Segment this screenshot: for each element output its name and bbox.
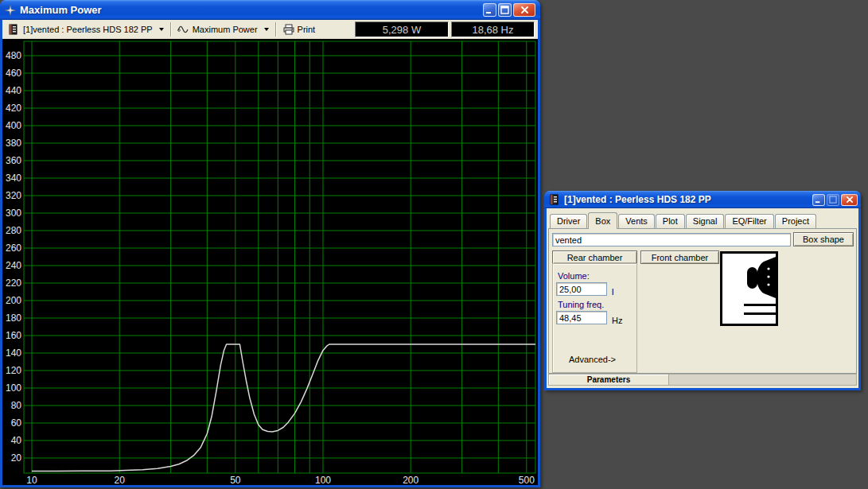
close-icon <box>846 196 854 204</box>
box-window-titlebar[interactable]: [1]vented : Peerless HDS 182 PP <box>544 191 861 208</box>
toolbar-separator <box>170 22 171 37</box>
tab-plot[interactable]: Plot <box>656 214 685 228</box>
close-icon <box>520 6 529 14</box>
chevron-down-icon <box>264 28 269 33</box>
maximize-button[interactable] <box>498 3 512 17</box>
y-axis-tick-label: 60 <box>11 417 22 429</box>
x-axis-tick-label: 500 <box>519 475 535 485</box>
y-axis-tick-label: 260 <box>6 243 21 254</box>
project-doc-icon <box>8 24 19 35</box>
y-axis-tick-label: 240 <box>6 260 21 271</box>
tab-project[interactable]: Project <box>775 214 816 228</box>
y-axis-tick-label: 200 <box>6 295 21 306</box>
star-icon <box>5 5 16 16</box>
project-doc-icon <box>549 194 560 205</box>
y-axis-tick-label: 320 <box>6 190 21 201</box>
y-axis-tick-label: 80 <box>11 400 22 411</box>
minimize-button[interactable] <box>812 194 825 206</box>
power-window-title: Maximum Power <box>20 4 483 16</box>
volume-label: Volume: <box>558 271 590 281</box>
y-axis-tick-label: 220 <box>6 277 21 289</box>
box-name-input[interactable] <box>552 233 791 246</box>
minimize-button[interactable] <box>483 3 496 17</box>
y-axis-tick-label: 140 <box>6 347 21 359</box>
box-window-body: DriverBoxVentsPlotSignalEQ/FilterProject… <box>547 208 858 388</box>
y-axis-tick-label: 180 <box>6 312 21 324</box>
y-axis-tick-label: 340 <box>6 173 21 184</box>
y-axis-tick-label: 420 <box>6 103 21 114</box>
chevron-down-icon <box>159 28 164 33</box>
toolbar-separator <box>275 22 276 37</box>
y-axis-tick-label: 480 <box>6 50 21 61</box>
y-axis-tick-label: 400 <box>6 120 21 131</box>
parameters-status-tab[interactable]: Parameters <box>549 375 669 385</box>
tab-vents[interactable]: Vents <box>618 214 655 228</box>
maximum-power-window: Maximum Power [1]vented : Peerless HDS 1… <box>0 0 540 487</box>
close-button[interactable] <box>841 194 858 206</box>
volume-input[interactable] <box>556 282 607 296</box>
x-axis-tick-label: 100 <box>315 475 331 485</box>
box-shape-button[interactable]: Box shape <box>793 232 854 246</box>
vent-port-icon <box>744 304 776 315</box>
box-window-title: [1]vented : Peerless HDS 182 PP <box>564 194 812 205</box>
y-axis-tick-label: 40 <box>11 435 22 446</box>
box-window-tabs: DriverBoxVentsPlotSignalEQ/FilterProject <box>548 211 857 228</box>
y-axis-tick-label: 100 <box>6 382 21 394</box>
power-toolbar: [1]vented : Peerless HDS 182 PP Maximum … <box>2 20 538 39</box>
x-axis-tick-label: 20 <box>114 475 125 485</box>
power-window-titlebar[interactable]: Maximum Power <box>0 0 540 20</box>
advanced-link[interactable]: Advanced-> <box>569 355 616 364</box>
tab-box[interactable]: Box <box>588 212 617 229</box>
box-window-statusbar: Parameters <box>548 374 857 386</box>
waveform-icon <box>177 24 189 35</box>
minimize-icon <box>485 6 494 14</box>
close-button[interactable] <box>513 3 535 17</box>
x-axis-tick-label: 200 <box>403 475 418 485</box>
tab-eq-filter[interactable]: EQ/Filter <box>725 214 773 228</box>
plot-type-selector[interactable]: Maximum Power <box>172 21 274 38</box>
maximize-button-disabled <box>827 194 839 206</box>
frequency-readout: 18,68 Hz <box>451 21 535 37</box>
y-axis-tick-label: 300 <box>6 208 21 219</box>
tuning-freq-unit: Hz <box>612 316 622 325</box>
front-chamber-button[interactable]: Front chamber <box>640 250 719 264</box>
y-axis-tick-label: 160 <box>6 330 21 341</box>
minimize-icon <box>815 196 823 204</box>
y-axis-tick-label: 120 <box>6 365 21 376</box>
project-selector-label: [1]vented : Peerless HDS 182 PP <box>23 25 153 34</box>
maximize-icon <box>829 196 837 204</box>
project-selector[interactable]: [1]vented : Peerless HDS 182 PP <box>2 21 169 38</box>
box-diagram <box>720 251 778 326</box>
rear-chamber-button[interactable]: Rear chamber <box>552 250 637 264</box>
plot-frame <box>24 41 535 473</box>
box-tab-page: Box shape Rear chamber Front chamber Vol… <box>548 228 857 374</box>
tuning-freq-input[interactable] <box>556 311 607 324</box>
y-axis-tick-label: 460 <box>6 68 21 79</box>
x-axis-tick-label: 50 <box>230 475 241 485</box>
tuning-freq-label: Tuning freq. <box>558 300 604 309</box>
volume-unit: l <box>612 287 613 297</box>
y-axis-tick-label: 380 <box>6 138 21 149</box>
printer-icon <box>282 24 294 35</box>
rear-chamber-panel: Volume: l Tuning freq. Hz Advanced-> <box>552 263 637 373</box>
maximize-icon <box>500 6 509 14</box>
maximum-power-chart[interactable]: 2040608010012014016018020022024026028030… <box>2 39 538 485</box>
x-axis-tick-label: 10 <box>26 475 37 485</box>
print-button[interactable]: Print <box>277 21 321 38</box>
tab-driver[interactable]: Driver <box>550 214 587 228</box>
speaker-driver-icon <box>747 257 776 298</box>
y-axis-tick-label: 20 <box>11 452 22 464</box>
print-button-label: Print <box>298 25 316 34</box>
box-parameters-window: [1]vented : Peerless HDS 182 PP DriverBo… <box>544 191 861 390</box>
power-readout: 5,298 W <box>355 21 449 37</box>
tab-signal[interactable]: Signal <box>686 214 725 228</box>
plot-type-selector-label: Maximum Power <box>193 25 258 34</box>
chart-plot: 2040608010012014016018020022024026028030… <box>2 39 538 485</box>
y-axis-tick-label: 440 <box>6 85 21 96</box>
y-axis-tick-label: 360 <box>6 155 21 166</box>
y-axis-tick-label: 280 <box>6 225 21 236</box>
